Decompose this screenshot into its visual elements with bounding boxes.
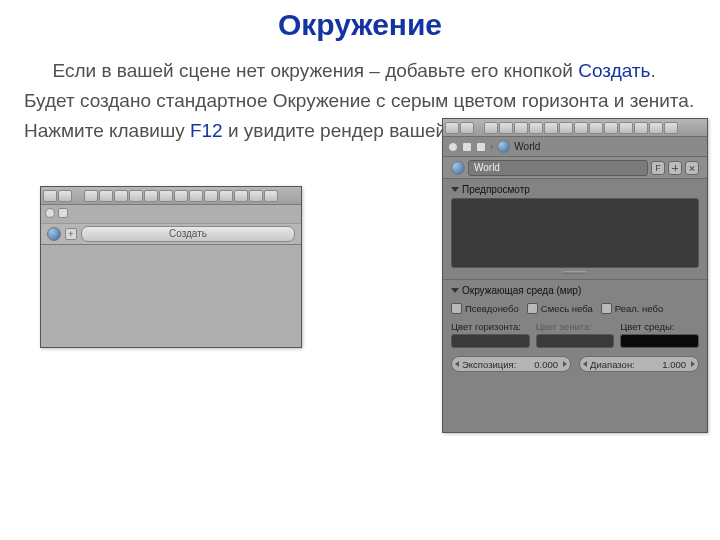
section-header-label: Окружающая среда (мир) (462, 285, 581, 296)
swatch-label-ambient: Цвет среды: (620, 321, 699, 332)
panel-icon[interactable] (476, 142, 486, 152)
toolbar-button[interactable] (219, 190, 233, 202)
toolbar-button[interactable] (174, 190, 188, 202)
toolbar-button[interactable] (445, 122, 459, 134)
toolbar-button[interactable] (114, 190, 128, 202)
panel-left: + Создать (40, 186, 302, 348)
world-id-row: World F (443, 157, 707, 179)
world-name-field[interactable]: World (468, 160, 648, 176)
world-icon (497, 140, 510, 153)
toolbar-button[interactable] (129, 190, 143, 202)
panel-left-pinrow (41, 205, 301, 221)
toolbar-button[interactable] (589, 122, 603, 134)
swatch-label-horizon: Цвет горизонта: (451, 321, 530, 332)
toolbar-button[interactable] (634, 122, 648, 134)
toolbar-button[interactable] (499, 122, 513, 134)
ambient-color-swatch[interactable] (620, 334, 699, 348)
toolbar-button[interactable] (58, 190, 72, 202)
add-icon[interactable]: + (65, 228, 77, 240)
pin-icon[interactable] (45, 208, 55, 218)
resize-grip[interactable] (563, 271, 587, 274)
range-label: Диапазон: (590, 359, 635, 370)
exposure-label: Экспозиция: (462, 359, 516, 370)
checkbox-label: Смесь неба (541, 303, 593, 314)
toolbar-button[interactable] (514, 122, 528, 134)
chevron-down-icon (451, 288, 459, 293)
numeric-row: Экспозиция: 0.000 Диапазон: 1.000 (451, 348, 699, 372)
panel-right: › World World F Предпросмотр (442, 118, 708, 433)
section-header-preview[interactable]: Предпросмотр (451, 179, 699, 198)
toolbar-button[interactable] (144, 190, 158, 202)
range-value: 1.000 (662, 359, 692, 370)
toolbar-button[interactable] (559, 122, 573, 134)
checkbox-label: Псевдонебо (465, 303, 519, 314)
color-swatch-row: Цвет горизонта: Цвет зенита: Цвет среды: (451, 314, 699, 348)
section-header-environment[interactable]: Окружающая среда (мир) (451, 280, 699, 299)
world-icon (47, 227, 61, 241)
panel-icon[interactable] (58, 208, 68, 218)
fake-user-button[interactable]: F (651, 161, 665, 175)
exposure-value: 0.000 (534, 359, 564, 370)
panel-right-toolbar (443, 119, 707, 137)
breadcrumb: › World (443, 137, 707, 157)
toolbar-button[interactable] (619, 122, 633, 134)
unlink-icon[interactable] (685, 161, 699, 175)
toolbar-button[interactable] (544, 122, 558, 134)
preview-area (451, 198, 699, 268)
toolbar-button[interactable] (249, 190, 263, 202)
checkbox-realsky[interactable] (601, 303, 612, 314)
toolbar-button[interactable] (234, 190, 248, 202)
range-field[interactable]: Диапазон: 1.000 (579, 356, 699, 372)
checkbox-label: Реал. небо (615, 303, 663, 314)
toolbar-button[interactable] (99, 190, 113, 202)
checkbox-blendsky[interactable] (527, 303, 538, 314)
toolbar-button[interactable] (604, 122, 618, 134)
panel-icon[interactable] (462, 142, 472, 152)
horizon-color-swatch[interactable] (451, 334, 530, 348)
toolbar-button[interactable] (529, 122, 543, 134)
toolbar-button[interactable] (574, 122, 588, 134)
section-header-label: Предпросмотр (462, 184, 530, 195)
exposure-field[interactable]: Экспозиция: 0.000 (451, 356, 571, 372)
sky-checkbox-row: Псевдонебо Смесь неба Реал. небо (451, 299, 699, 314)
breadcrumb-label: World (514, 141, 702, 152)
toolbar-button[interactable] (159, 190, 173, 202)
create-button[interactable]: Создать (81, 226, 295, 242)
world-icon (451, 161, 465, 175)
toolbar-button[interactable] (664, 122, 678, 134)
para-highlight-create: Создать (578, 60, 650, 81)
toolbar-button[interactable] (264, 190, 278, 202)
toolbar-button[interactable] (84, 190, 98, 202)
panel-left-toolbar (41, 187, 301, 205)
pin-icon[interactable] (448, 142, 458, 152)
toolbar-button[interactable] (484, 122, 498, 134)
slide-title: Окружение (24, 8, 696, 42)
toolbar-button[interactable] (649, 122, 663, 134)
world-datablock-row: + Создать (41, 223, 301, 245)
checkbox-pseudosky[interactable] (451, 303, 462, 314)
add-icon[interactable] (668, 161, 682, 175)
toolbar-button[interactable] (204, 190, 218, 202)
toolbar-button[interactable] (460, 122, 474, 134)
para-highlight-f12: F12 (190, 120, 223, 141)
para-t1: Если в вашей сцене нет окружения – добав… (53, 60, 579, 81)
chevron-down-icon (451, 187, 459, 192)
toolbar-button[interactable] (43, 190, 57, 202)
toolbar-button[interactable] (189, 190, 203, 202)
zenith-color-swatch[interactable] (536, 334, 615, 348)
swatch-label-zenith: Цвет зенита: (536, 321, 615, 332)
